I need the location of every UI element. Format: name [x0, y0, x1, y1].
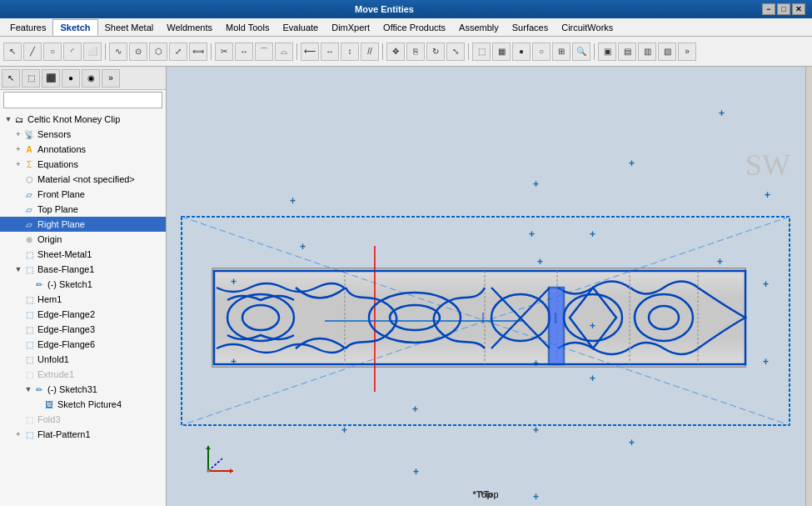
left-tool-5[interactable]: ◉	[82, 69, 100, 88]
svg-text:+: +	[413, 466, 419, 478]
tool-chamfer[interactable]: ⌓	[275, 43, 293, 61]
svg-point-41	[564, 294, 622, 341]
sep4	[382, 43, 383, 60]
tool-select[interactable]: ↖	[3, 43, 22, 61]
tree-hem1[interactable]: + ⬚ Hem1	[0, 292, 166, 307]
tool-wireframe[interactable]: ○	[532, 43, 550, 61]
menu-dimxpert[interactable]: DimXpert	[325, 19, 376, 36]
minimize-button[interactable]: −	[762, 3, 775, 15]
tree-fold3[interactable]: + ⬚ Fold3	[0, 412, 166, 427]
tool-rectangle[interactable]: ⬜	[83, 43, 102, 61]
tool-display[interactable]: ⬚	[472, 43, 491, 61]
tool-colinear[interactable]: //	[361, 43, 379, 61]
tree-root[interactable]: ▼ 🗂 Celtic Knot Money Clip	[0, 112, 166, 127]
tool-polygon[interactable]: ⬡	[149, 43, 167, 61]
tool-view3[interactable]: ▥	[638, 43, 656, 61]
tool-vert-rel[interactable]: ↕	[341, 43, 359, 61]
tool-mirror[interactable]: ⟺	[189, 43, 207, 61]
tree-flat-pattern1[interactable]: + ⬚ Flat-Pattern1	[0, 427, 166, 442]
fp1-expand[interactable]: +	[13, 429, 23, 439]
top-plane-label: Top Plane	[37, 204, 78, 214]
tool-shaded[interactable]: ●	[512, 43, 531, 61]
equations-expand[interactable]: +	[13, 159, 23, 169]
svg-rect-30	[214, 271, 745, 364]
close-button[interactable]: ✕	[792, 3, 805, 15]
menu-sheet-metal[interactable]: Sheet Metal	[98, 19, 161, 36]
sk31-expand[interactable]: ▼	[23, 384, 33, 394]
equations-icon: Σ	[23, 158, 35, 170]
tree-material[interactable]: + ⬡ Material <not specified>	[0, 172, 166, 187]
tool-copy[interactable]: ⎘	[406, 43, 425, 61]
menu-assembly[interactable]: Assembly	[452, 19, 506, 36]
title-buttons[interactable]: − □ ✕	[762, 3, 805, 15]
tree-base-flange1[interactable]: ▼ ⬚ Base-Flange1	[0, 262, 166, 277]
maximize-button[interactable]: □	[777, 3, 790, 15]
bf1-expand[interactable]: ▼	[13, 264, 23, 274]
left-tool-more[interactable]: »	[102, 69, 120, 88]
search-box[interactable]	[3, 92, 162, 108]
tree-unfold1[interactable]: + ⬚ Unfold1	[0, 352, 166, 367]
tree-sketch1[interactable]: + ✏ (-) Sketch1	[0, 277, 166, 292]
tree-edge-flange2[interactable]: + ⬚ Edge-Flange2	[0, 307, 166, 322]
tool-rotate[interactable]: ↻	[426, 43, 445, 61]
sk1-icon: ✏	[33, 278, 45, 290]
search-input[interactable]	[7, 96, 158, 105]
tree-origin[interactable]: + ⊕ Origin	[0, 232, 166, 247]
left-tool-1[interactable]: ↖	[2, 69, 20, 88]
tree-right-plane[interactable]: + ▱ Right Plane	[0, 217, 166, 232]
tool-scale[interactable]: ⤡	[446, 43, 465, 61]
left-tool-3[interactable]: ⬛	[42, 69, 60, 88]
menu-weldments[interactable]: Weldments	[160, 19, 219, 36]
sp4-icon: 🖼	[43, 398, 55, 410]
tree-annotations[interactable]: + A Annotations	[0, 142, 166, 157]
ef6-label: Edge-Flange6	[37, 339, 95, 349]
root-expand-icon[interactable]: ▼	[3, 114, 13, 124]
tree-equations[interactable]: + Σ Equations	[0, 157, 166, 172]
tool-fillet[interactable]: ⌒	[255, 43, 273, 61]
menu-surfaces[interactable]: Surfaces	[506, 19, 555, 36]
tool-line[interactable]: ╱	[23, 43, 42, 61]
tree-sketch-picture4[interactable]: + 🖼 Sketch Picture4	[0, 397, 166, 412]
tool-circle[interactable]: ○	[43, 43, 62, 61]
tool-zoom-fit[interactable]: ⊞	[552, 43, 570, 61]
tree-edge-flange6[interactable]: + ⬚ Edge-Flange6	[0, 337, 166, 352]
tree-sensors[interactable]: + 📡 Sensors	[0, 127, 166, 142]
sensors-expand[interactable]: +	[13, 129, 23, 139]
tree-top-plane[interactable]: + ▱ Top Plane	[0, 202, 166, 217]
tool-move[interactable]: ✥	[386, 43, 405, 61]
viewport[interactable]: + + + + + + + + + + + + + + + + + + + + …	[167, 67, 812, 506]
menu-mold-tools[interactable]: Mold Tools	[219, 19, 276, 36]
svg-point-38	[369, 293, 461, 343]
menu-circuitworks[interactable]: CircuitWorks	[555, 19, 620, 36]
menu-features[interactable]: Features	[3, 19, 52, 36]
svg-text:+: +	[533, 178, 539, 190]
bf1-label: Base-Flange1	[37, 264, 95, 274]
tree-extrude1[interactable]: + ⬚ Extrude1	[0, 367, 166, 382]
tool-display2[interactable]: ▦	[492, 43, 511, 61]
tool-more[interactable]: »	[678, 43, 696, 61]
tool-view2[interactable]: ▤	[618, 43, 636, 61]
tree-edge-flange3[interactable]: + ⬚ Edge-Flange3	[0, 322, 166, 337]
tool-zoom-area[interactable]: 🔍	[572, 43, 590, 61]
tool-trim[interactable]: ✂	[215, 43, 233, 61]
tool-ellipse[interactable]: ⊙	[129, 43, 147, 61]
tree-sketch31[interactable]: ▼ ✏ (-) Sketch31	[0, 382, 166, 397]
tool-extend[interactable]: ↔	[235, 43, 253, 61]
menu-evaluate[interactable]: Evaluate	[276, 19, 325, 36]
tool-horiz-rel[interactable]: ↔	[321, 43, 339, 61]
tool-offset[interactable]: ⤢	[169, 43, 187, 61]
menu-office-products[interactable]: Office Products	[376, 19, 452, 36]
left-tool-4[interactable]: ●	[62, 69, 80, 88]
tool-view4[interactable]: ▧	[658, 43, 676, 61]
left-tool-2[interactable]: ⬚	[22, 69, 40, 88]
tool-arc[interactable]: ◜	[63, 43, 82, 61]
tree-sheet-metal1[interactable]: + ⬚ Sheet-Metal1	[0, 247, 166, 262]
tool-view1[interactable]: ▣	[598, 43, 616, 61]
tool-dimension[interactable]: ⟵	[301, 43, 319, 61]
viewport-scrollbar[interactable]	[805, 67, 812, 506]
svg-text:+: +	[529, 228, 535, 240]
tree-front-plane[interactable]: + ▱ Front Plane	[0, 187, 166, 202]
menu-sketch[interactable]: Sketch	[52, 19, 97, 36]
tool-spline[interactable]: ∿	[109, 43, 127, 61]
annotations-expand[interactable]: +	[13, 144, 23, 154]
